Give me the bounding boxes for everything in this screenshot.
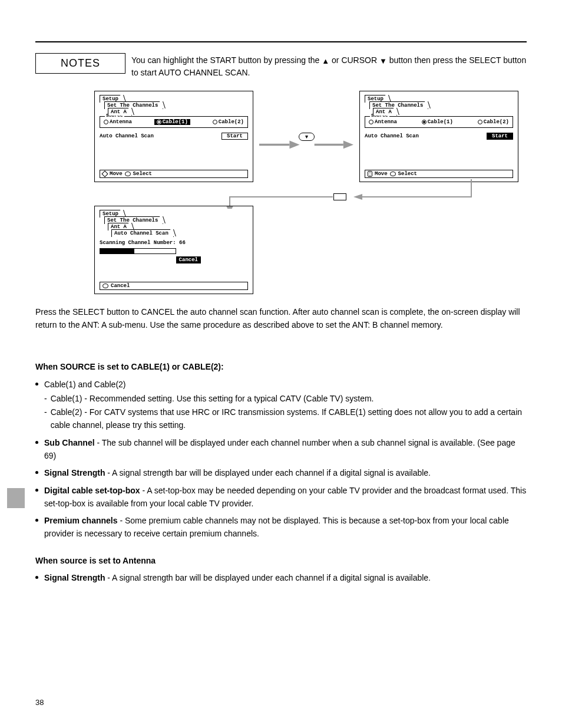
instr-mid: or CURSOR bbox=[332, 55, 379, 65]
tab-ant-a: Ant A bbox=[108, 108, 132, 116]
connector-2-3 bbox=[94, 179, 518, 209]
bullet-dot-icon bbox=[35, 471, 38, 474]
select-label: Select bbox=[133, 171, 152, 177]
radio-cable2[interactable]: Cable(2) bbox=[478, 119, 509, 125]
bullet-dot-icon bbox=[35, 576, 38, 579]
sub1a: Cable(1) - Recommended setting. Use this… bbox=[51, 393, 374, 406]
start-button-highlight[interactable]: Start bbox=[487, 133, 513, 140]
radio-antenna[interactable]: Antenna bbox=[104, 119, 132, 125]
radio-cable1[interactable]: Cable(1) bbox=[154, 119, 190, 125]
notes-box: NOTES bbox=[35, 53, 125, 74]
top-row: NOTES You can highlight the START button… bbox=[35, 53, 527, 79]
source-group: Source Antenna Cable(1) Cable(2) bbox=[100, 116, 248, 128]
cancel-paragraph: Press the SELECT button to CANCEL the au… bbox=[35, 306, 527, 331]
bullet-dot-icon bbox=[35, 489, 38, 492]
cursor-down-key-icon: ▾ bbox=[299, 133, 315, 141]
radio-antenna[interactable]: Antenna bbox=[369, 119, 397, 125]
b2-pre: Sub Channel bbox=[44, 438, 95, 447]
bullet-cable-modes: Cable(1) and Cable(2) -Cable(1) - Recomm… bbox=[35, 378, 527, 432]
top-rule bbox=[35, 41, 527, 42]
cancel-label: Cancel bbox=[111, 283, 130, 289]
select-key-icon bbox=[333, 193, 346, 200]
auto-scan-label: Auto Channel Scan bbox=[365, 133, 419, 139]
instruction-text: You can highlight the START button by pr… bbox=[131, 53, 527, 79]
move-label: Move bbox=[110, 171, 123, 177]
footer-bar: ▴▾ Move Select bbox=[365, 170, 513, 178]
svg-marker-3 bbox=[343, 141, 353, 149]
select-icon bbox=[125, 172, 131, 176]
bullet-signal-strength: Signal Strength - A signal strength bar … bbox=[35, 467, 527, 480]
scanning-text: Scanning Channel Number: 66 bbox=[100, 240, 248, 246]
ant-b1-rest: - A signal strength bar will be displaye… bbox=[105, 573, 431, 582]
move-label: Move bbox=[375, 171, 388, 177]
bullet-sub-channel: Sub Channel - The sub channel will be di… bbox=[35, 437, 527, 462]
source-group: Source Antenna Cable(1) Cable(2) bbox=[365, 116, 513, 128]
select-icon bbox=[390, 172, 396, 176]
auto-scan-label: Auto Channel Scan bbox=[100, 133, 154, 139]
side-tab bbox=[7, 488, 25, 508]
b3-rest: - A signal strength bar will be displaye… bbox=[105, 468, 431, 477]
b2-rest: - The sub channel will be displayed unde… bbox=[44, 438, 515, 460]
sub1b: Cable(2) - For CATV systems that use HRC… bbox=[51, 406, 527, 431]
dash-icon: - bbox=[44, 393, 47, 406]
page-number: 38 bbox=[35, 698, 44, 707]
bullet-dot-icon bbox=[35, 383, 38, 386]
b3-pre: Signal Strength bbox=[44, 468, 105, 477]
bullet-dot-icon bbox=[35, 441, 38, 444]
cable-title: When SOURCE is set to CABLE(1) or CABLE(… bbox=[35, 361, 527, 374]
dash-icon: - bbox=[44, 406, 47, 431]
bullet-dot-icon bbox=[35, 519, 38, 522]
panel-scanning: Setup Set The Channels Ant A Auto Channe… bbox=[94, 206, 253, 294]
radio-cable2[interactable]: Cable(2) bbox=[213, 119, 244, 125]
radio-cable1[interactable]: Cable(1) bbox=[422, 119, 453, 125]
footer-bar: Cancel bbox=[100, 282, 248, 290]
bullet-ant-signal: Signal Strength - A signal strength bar … bbox=[35, 572, 527, 585]
b4-pre: Digital cable set-top-box bbox=[44, 486, 140, 495]
b5-pre: Premium channels bbox=[44, 516, 118, 525]
antenna-title: When source is set to Antenna bbox=[35, 555, 527, 568]
b1-head: Cable(1) and Cable(2) bbox=[44, 378, 527, 391]
antenna-section: When source is set to Antenna Signal Str… bbox=[35, 555, 527, 585]
updown-icon: ▴▾ bbox=[368, 171, 372, 177]
bullet-settop-box: Digital cable set-top-box - A set-top-bo… bbox=[35, 485, 527, 510]
select-label: Select bbox=[398, 171, 417, 177]
svg-marker-4 bbox=[353, 194, 362, 200]
cursor-down-icon: ▼ bbox=[379, 57, 387, 65]
bullet-premium: Premium channels - Some premium cable ch… bbox=[35, 515, 527, 540]
move-icon bbox=[103, 172, 107, 176]
tab-auto-scan: Auto Channel Scan bbox=[111, 229, 174, 237]
svg-marker-1 bbox=[289, 141, 299, 149]
panels-row: Setup Set The Channels Ant A Source Ante… bbox=[94, 91, 518, 182]
scan-progress bbox=[100, 248, 176, 254]
ant-b1-pre: Signal Strength bbox=[44, 573, 105, 582]
cancel-button[interactable]: Cancel bbox=[176, 256, 201, 263]
connector-1-2: ▾ bbox=[259, 91, 353, 182]
cursor-up-icon: ▲ bbox=[322, 57, 329, 65]
footer-bar: Move Select bbox=[100, 170, 248, 178]
start-button[interactable]: Start bbox=[222, 133, 248, 140]
cancel-key-icon bbox=[103, 284, 108, 288]
panel-source-select: Setup Set The Channels Ant A Source Ante… bbox=[94, 91, 253, 182]
instr-pre: You can highlight the START button by pr… bbox=[131, 55, 322, 65]
panel-start-highlight: Setup Set The Channels Ant A Source Ante… bbox=[359, 91, 518, 182]
cable-section: When SOURCE is set to CABLE(1) or CABLE(… bbox=[35, 361, 527, 540]
tab-ant-a: Ant A bbox=[373, 108, 397, 116]
